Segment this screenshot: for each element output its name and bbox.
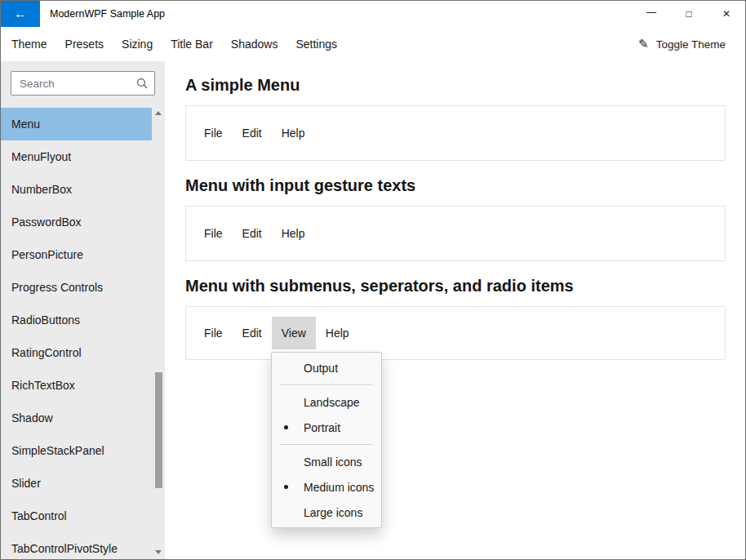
menu-item-edit[interactable]: Edit (233, 317, 272, 349)
close-button[interactable]: ✕ (708, 1, 745, 27)
sidebar-item-simplestackpanel[interactable]: SimpleStackPanel (1, 434, 152, 467)
scroll-down-icon[interactable] (155, 550, 162, 554)
sidebar-item-progress-controls[interactable]: Progress Controls (1, 271, 152, 304)
menubar-item-shadows[interactable]: Shadows (222, 27, 287, 61)
dropdown-item-output[interactable]: Output (272, 355, 381, 380)
titlebar: ← ModernWPF Sample App — □ ✕ (1, 1, 745, 27)
dropdown-item-portrait[interactable]: Portrait (272, 415, 381, 440)
app-menubar: Theme Presets Sizing Title Bar Shadows S… (1, 27, 745, 61)
minimize-button[interactable]: — (633, 1, 670, 27)
menu-item-help[interactable]: Help (272, 117, 315, 149)
control-list: Menu MenuFlyout NumberBox PasswordBox Pe… (1, 108, 152, 559)
menu-separator (280, 444, 373, 445)
sidebar-item-passwordbox[interactable]: PasswordBox (1, 206, 152, 238)
window-controls: — □ ✕ (633, 1, 745, 27)
sidebar-item-slider[interactable]: Slider (1, 467, 152, 500)
scrollbar-thumb[interactable] (155, 372, 162, 488)
sidebar-item-tabcontrol[interactable]: TabControl (1, 500, 152, 532)
menu-item-file[interactable]: File (194, 117, 233, 149)
dropdown-item-label: Medium icons (304, 481, 374, 494)
back-button[interactable]: ← (1, 1, 40, 27)
menubar-item-theme[interactable]: Theme (2, 27, 56, 61)
dropdown-item-large-icons[interactable]: Large icons (272, 500, 381, 525)
menu-item-edit[interactable]: Edit (233, 117, 272, 149)
main-content: A simple Menu File Edit Help Menu with i… (165, 61, 745, 559)
sidebar-item-tabcontrolpivotstyle[interactable]: TabControlPivotStyle (1, 532, 152, 559)
gesture-menu-box: File Edit Help (185, 206, 726, 261)
section-title-simple-menu: A simple Menu (185, 74, 300, 96)
sidebar-item-ratingcontrol[interactable]: RatingControl (1, 336, 152, 369)
dropdown-item-medium-icons[interactable]: Medium icons (272, 474, 381, 500)
menubar-item-sizing[interactable]: Sizing (113, 27, 162, 61)
back-arrow-icon: ← (14, 7, 27, 21)
menu-item-view[interactable]: View (272, 317, 316, 349)
simple-menu-bar: File Edit Help (186, 106, 725, 160)
dropdown-item-label: Output (304, 362, 338, 375)
view-dropdown-menu: Output Landscape Portrait Small icons Me… (271, 352, 382, 528)
sidebar-item-radiobuttons[interactable]: RadioButtons (1, 304, 152, 336)
menu-item-file[interactable]: File (194, 217, 233, 250)
dropdown-item-label: Large icons (304, 506, 362, 519)
menu-item-edit[interactable]: Edit (233, 217, 272, 250)
menubar-item-presets[interactable]: Presets (56, 27, 113, 61)
search-button[interactable] (130, 72, 154, 95)
submenu-menu-box: File Edit View Help (185, 306, 726, 360)
sidebar-item-shadow[interactable]: Shadow (1, 402, 152, 434)
menu-separator (280, 384, 373, 385)
dropdown-item-small-icons[interactable]: Small icons (272, 449, 381, 474)
menu-item-help[interactable]: Help (316, 317, 359, 349)
maximize-button[interactable]: □ (670, 1, 708, 27)
dropdown-item-label: Portrait (304, 421, 340, 434)
menubar-item-settings[interactable]: Settings (286, 27, 346, 61)
sidebar: Menu MenuFlyout NumberBox PasswordBox Pe… (1, 61, 165, 559)
sidebar-scrollbar[interactable] (152, 108, 165, 559)
menu-item-file[interactable]: File (194, 317, 233, 349)
scroll-up-icon[interactable] (155, 111, 162, 115)
sidebar-item-personpicture[interactable]: PersonPicture (1, 238, 152, 271)
sidebar-item-menu[interactable]: Menu (1, 108, 152, 140)
dropdown-item-label: Small icons (304, 456, 362, 469)
search-input[interactable] (11, 78, 130, 90)
search-icon (136, 78, 148, 89)
sidebar-item-menuflyout[interactable]: MenuFlyout (1, 140, 152, 173)
menubar-item-titlebar[interactable]: Title Bar (162, 27, 222, 61)
toggle-theme-label: Toggle Theme (656, 38, 726, 51)
simple-menu-box: File Edit Help (185, 105, 726, 161)
sidebar-item-richtextbox[interactable]: RichTextBox (1, 369, 152, 402)
maximize-icon: □ (686, 8, 691, 20)
dropdown-item-landscape[interactable]: Landscape (272, 389, 381, 415)
window-title: ModernWPF Sample App (50, 8, 165, 20)
section-title-input-gesture: Menu with input gesture texts (185, 175, 415, 196)
radio-bullet-icon (284, 485, 288, 489)
toggle-theme-icon: ✎ (638, 37, 649, 51)
dropdown-item-label: Landscape (304, 396, 360, 409)
submenu-menu-bar: File Edit View Help (186, 307, 725, 359)
toggle-theme-button[interactable]: ✎ Toggle Theme (628, 27, 745, 61)
app-window: ← ModernWPF Sample App — □ ✕ Theme Prese… (0, 0, 746, 560)
sidebar-item-numberbox[interactable]: NumberBox (1, 173, 152, 206)
section-title-submenus: Menu with submenus, seperators, and radi… (185, 275, 574, 296)
gesture-menu-bar: File Edit Help (186, 207, 725, 260)
radio-bullet-icon (284, 425, 288, 429)
close-icon: ✕ (722, 8, 730, 20)
minimize-icon: — (646, 7, 656, 18)
menu-item-help[interactable]: Help (272, 217, 315, 250)
search-box (11, 71, 155, 96)
